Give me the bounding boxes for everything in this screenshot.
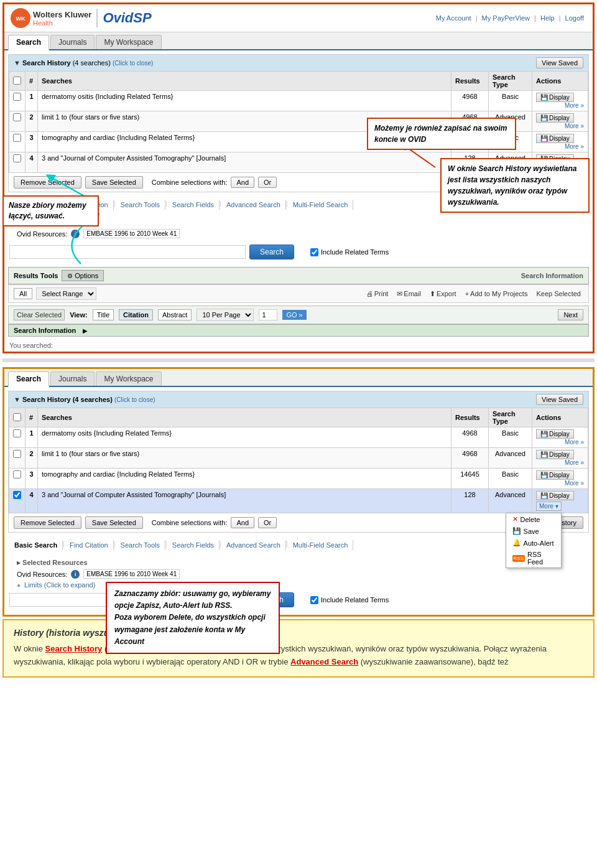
select-all-checkbox[interactable] (13, 77, 21, 85)
view-title-btn[interactable]: Title (93, 309, 114, 320)
p2-more-4[interactable]: More ▾ (536, 502, 562, 511)
next-btn[interactable]: Next (558, 309, 583, 320)
email-icon: ✉ (397, 290, 402, 298)
footer-title: History (historia wyszukiwania) (14, 628, 583, 638)
panel2-tab-journals[interactable]: Journals (50, 371, 95, 386)
top-nav: My Account | My PayPerView | Help | Logo… (433, 14, 586, 22)
display-btn-1[interactable]: 💾 Display (536, 93, 574, 102)
options-btn[interactable]: ⚙ Options (62, 270, 104, 281)
panel2-tab-workspace[interactable]: My Workspace (96, 371, 161, 386)
p2-include-related-cb[interactable] (310, 596, 318, 604)
more-link-1[interactable]: More » (536, 102, 584, 109)
delete-icon: ✕ (512, 515, 518, 523)
auto-alert-icon: 🔔 (512, 539, 521, 547)
view-abstract-btn[interactable]: Abstract (158, 309, 192, 320)
th-num: # (25, 72, 38, 91)
p2-more-1[interactable]: More » (536, 439, 584, 446)
tab-workspace[interactable]: My Workspace (96, 35, 161, 49)
p2-display-1[interactable]: 💾 Display (536, 429, 574, 439)
print-btn[interactable]: 🖨 Print (364, 289, 391, 299)
health-label: Health (33, 19, 91, 27)
p2-th-searches: Searches (38, 408, 451, 427)
go-btn-small[interactable]: GO » (282, 310, 306, 320)
display-btn-3[interactable]: 💾 Display (536, 134, 574, 143)
p2-table-row: 2 limit 1 to (four stars or five stars) … (9, 448, 588, 469)
range-select[interactable]: Select Range (36, 287, 96, 300)
tab-search[interactable]: Search (8, 35, 49, 50)
and-btn[interactable]: And (231, 177, 254, 188)
p2-stt-multifield[interactable]: Multi-Field Search (288, 540, 354, 550)
help-link[interactable]: Help (540, 14, 555, 22)
tab-journals[interactable]: Journals (50, 35, 95, 49)
stt-advanced[interactable]: Advanced Search (221, 200, 286, 210)
save-selected-btn[interactable]: Save Selected (85, 176, 143, 189)
p2-th-results: Results (451, 408, 489, 427)
p2-cb-1[interactable] (13, 429, 21, 437)
th-actions: Actions (532, 72, 588, 91)
p2-or-btn[interactable]: Or (258, 517, 277, 528)
all-btn[interactable]: All (14, 288, 32, 299)
delete-option[interactable]: ✕ Delete (506, 513, 561, 525)
keep-selected-btn[interactable]: Keep Selected (534, 289, 583, 299)
more-link-2[interactable]: More » (536, 123, 584, 129)
add-to-projects-btn[interactable]: + Add to My Projects (463, 289, 530, 299)
include-related-checkbox[interactable] (310, 248, 318, 256)
stt-search-fields[interactable]: Search Fields (167, 200, 220, 210)
info-icon: i (71, 230, 80, 238)
my-payperview-link[interactable]: My PayPerView (482, 14, 530, 22)
p2-cb-3[interactable] (13, 470, 21, 478)
rss-feed-option[interactable]: RSS RSS Feed (506, 549, 561, 567)
p2-cb-2[interactable] (13, 450, 21, 458)
panel2-view-saved-btn[interactable]: View Saved (536, 394, 583, 405)
page-input[interactable] (259, 309, 277, 320)
panel2-sh-click-close[interactable]: (Click to close) (114, 396, 155, 403)
email-btn[interactable]: ✉ Email (394, 289, 423, 299)
p2-save-selected-btn[interactable]: Save Selected (85, 516, 143, 529)
p2-display-3[interactable]: 💾 Display (536, 470, 574, 480)
auto-alert-option[interactable]: 🔔 Auto-Alert (506, 537, 561, 549)
p2-stt-find-citation[interactable]: Find Citation (65, 540, 114, 550)
save-option[interactable]: 💾 Save (506, 525, 561, 537)
row-checkbox-4[interactable] (13, 154, 21, 162)
remove-selected-btn[interactable]: Remove Selected (14, 176, 81, 189)
row-checkbox-3[interactable] (13, 134, 21, 142)
p2-more-3[interactable]: More » (536, 480, 584, 487)
my-account-link[interactable]: My Account (436, 14, 471, 22)
p2-stt-advanced[interactable]: Advanced Search (221, 540, 286, 550)
p2-more-2[interactable]: More » (536, 459, 584, 466)
view-citation-btn[interactable]: Citation (119, 309, 153, 320)
p2-stt-search-tools[interactable]: Search Tools (116, 540, 165, 550)
save-icon: 💾 (512, 527, 521, 535)
p2-and-btn[interactable]: And (231, 517, 254, 528)
logoff-link[interactable]: Logoff (565, 14, 584, 22)
advanced-search-link[interactable]: Advanced Search (290, 657, 358, 666)
display-btn-2[interactable]: 💾 Display (536, 113, 574, 123)
p2-limits-row: ● Limits (Click to expand) (17, 581, 580, 589)
sh-click-close[interactable]: (Click to close) (113, 60, 154, 67)
view-saved-button[interactable]: View Saved (536, 57, 583, 68)
p2-search-type-tabs: Basic Search | Find Citation | Search To… (9, 540, 588, 550)
p2-stt-fields[interactable]: Search Fields (167, 540, 220, 550)
p2-remove-selected-btn[interactable]: Remove Selected (14, 516, 81, 529)
row-checkbox-2[interactable] (13, 113, 21, 121)
p2-select-all[interactable] (13, 413, 21, 421)
p2-display-2[interactable]: 💾 Display (536, 450, 574, 459)
search-main-input[interactable] (9, 245, 246, 259)
more-link-3[interactable]: More » (536, 143, 584, 150)
panel2-tab-search[interactable]: Search (8, 371, 49, 387)
search-history-link[interactable]: Search History (45, 644, 103, 653)
p2-th-checkbox (9, 408, 25, 427)
stt-search-tools[interactable]: Search Tools (116, 200, 165, 210)
clear-selected-btn[interactable]: Clear Selected (14, 309, 65, 320)
row-checkbox-1[interactable] (13, 93, 21, 101)
stt-multifield[interactable]: Multi-Field Search (288, 200, 354, 210)
p2-cb-4[interactable] (13, 491, 21, 499)
search-go-btn[interactable]: Search (249, 245, 294, 259)
p2-limits-link[interactable]: Limits (Click to expand) (24, 581, 95, 589)
export-btn[interactable]: ⬆ Export (427, 289, 459, 299)
th-checkbox (9, 72, 25, 91)
per-page-select[interactable]: 10 Per Page (197, 309, 254, 321)
p2-stt-basic[interactable]: Basic Search (9, 540, 63, 550)
or-btn[interactable]: Or (258, 177, 277, 188)
p2-display-4[interactable]: 💾 Display (536, 491, 574, 500)
